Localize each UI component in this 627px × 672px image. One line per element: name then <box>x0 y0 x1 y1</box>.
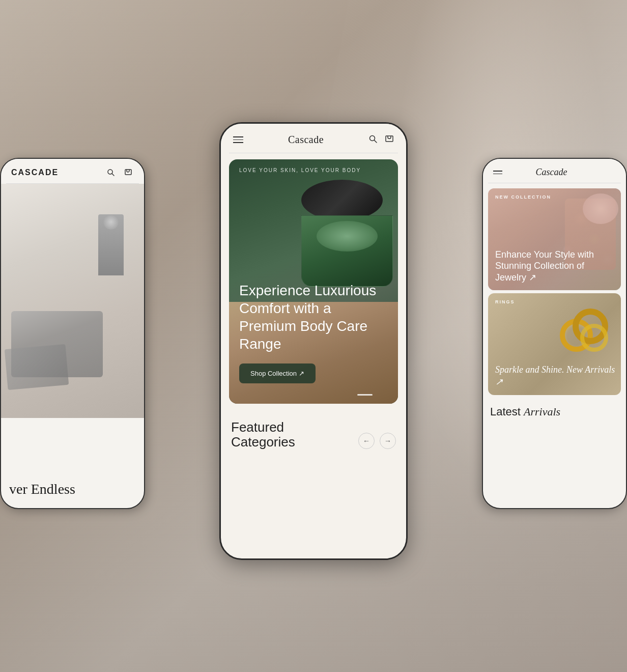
arrow-right-button[interactable]: → <box>380 433 396 449</box>
arrow-left-button[interactable]: ← <box>358 433 375 449</box>
jar-container <box>301 180 383 282</box>
left-bottom-text: ver Endless <box>9 481 136 498</box>
right-phone-logo: Cascade <box>536 167 567 178</box>
phone-left: CASCADE <box>0 158 145 509</box>
hamburger-icon[interactable] <box>233 136 243 143</box>
center-phone-logo: Cascade <box>288 134 324 146</box>
phone-center: Cascade <box>219 122 408 560</box>
nav-arrows: ← → <box>358 433 396 449</box>
left-phone-text: ver Endless <box>1 481 144 498</box>
search-icon[interactable] <box>105 167 117 178</box>
page-container: Stunning Mobile Experience CASCADE <box>0 0 627 672</box>
rings-card: RINGS Sparkle and Shine. New Arrivals ↗ <box>488 293 621 395</box>
featured-title: Featured Categories <box>231 420 295 449</box>
center-hero-image: LOVE YOUR SKIN, LOVE YOUR BODY Experienc… <box>229 159 398 404</box>
svg-line-1 <box>112 174 114 176</box>
phones-container: CASCADE <box>0 143 627 672</box>
hero-product-title: Experience Luxurious Comfort with a Prem… <box>239 282 388 353</box>
featured-categories-section: Featured Categories ← → <box>221 410 406 454</box>
rings-badge: RINGS <box>495 299 515 304</box>
center-cart-icon[interactable] <box>385 134 394 146</box>
latest-arrivals-section: Latest Arrivals <box>483 398 626 426</box>
left-phone-icons <box>105 167 134 178</box>
slide-indicator <box>357 394 373 396</box>
jar-body <box>301 215 393 287</box>
phone-right-header: Cascade <box>483 159 626 183</box>
collection-text: Enhance Your Style with Stunning Collect… <box>495 249 616 284</box>
right-divider <box>488 183 621 183</box>
left-phone-image <box>1 184 144 418</box>
shop-collection-button[interactable]: Shop Collection ↗ <box>239 363 316 383</box>
phone-left-header: CASCADE <box>1 159 144 183</box>
svg-line-4 <box>374 140 377 143</box>
rings-text: Sparkle and Shine. New Arrivals ↗ <box>495 364 616 388</box>
center-search-icon[interactable] <box>368 134 378 146</box>
phone-center-header: Cascade <box>221 124 406 153</box>
hero-label: LOVE YOUR SKIN, LOVE YOUR BODY <box>239 167 361 173</box>
collection-title: Enhance Your Style with Stunning Collect… <box>495 249 616 284</box>
center-divider <box>229 153 398 153</box>
right-hamburger-icon[interactable] <box>493 171 502 174</box>
new-collection-card: NEW COLLECTION Enhance Your Style with S… <box>488 188 621 290</box>
left-phone-logo: CASCADE <box>11 168 59 177</box>
center-phone-icons <box>368 134 394 146</box>
new-collection-badge: NEW COLLECTION <box>495 194 551 200</box>
jar-inner <box>317 221 378 251</box>
rings-title: Sparkle and Shine. New Arrivals ↗ <box>495 364 616 388</box>
phone-right: Cascade NEW COLLECTION Enhance Your Styl… <box>482 158 627 509</box>
cart-icon[interactable] <box>123 167 134 178</box>
jar-lid <box>301 180 383 220</box>
